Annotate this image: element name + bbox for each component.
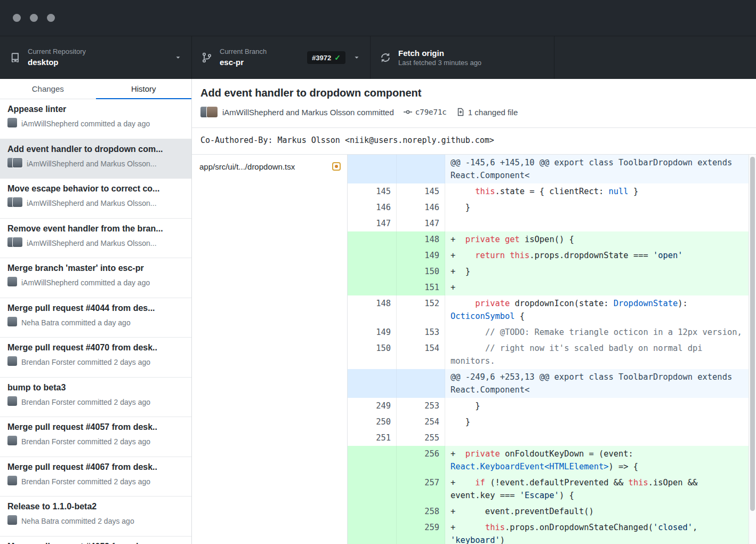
- commit-list-item[interactable]: Merge pull request #4059 from des...: [0, 537, 191, 544]
- commit-list-item[interactable]: Release to 1.1.0-beta2 Neha Batra commit…: [0, 497, 191, 537]
- fetch-origin-button[interactable]: Fetch origin Last fetched 3 minutes ago: [371, 36, 554, 79]
- scrollbar-thumb[interactable]: [750, 157, 755, 511]
- new-line-number: 148: [397, 231, 445, 247]
- code-text: + private get isOpen() {: [445, 231, 756, 247]
- commit-meta-row: Brendan Forster committed 2 days ago: [7, 436, 184, 447]
- avatar: [7, 396, 17, 406]
- new-line-number: 146: [397, 199, 445, 215]
- new-line-number: 154: [397, 340, 445, 369]
- diff-lines: @@ -145,6 +145,10 @@ export class Toolba…: [348, 155, 756, 544]
- old-line-number: 251: [348, 430, 397, 446]
- diff-line: 149+ return this.props.dropdownState ===…: [348, 247, 756, 263]
- diff-line: 257+ if (!event.defaultPrevented && this…: [348, 475, 756, 503]
- branch-picker-button[interactable]: Current Branch esc-pr #3972 ✓: [192, 36, 371, 79]
- commit-avatars: [7, 317, 17, 329]
- avatar: [13, 158, 22, 167]
- code-text: +: [445, 279, 756, 295]
- commit-title: Merge pull request #4070 from desk..: [7, 343, 184, 353]
- code-text: // right now it's scaled badly on normal…: [445, 340, 756, 369]
- main-pane: Add event handler to dropdown component …: [192, 79, 756, 544]
- avatar: [7, 118, 17, 127]
- commit-meta: Brendan Forster committed 2 days ago: [21, 358, 150, 366]
- commit-meta: iAmWillShepherd committed a day ago: [21, 119, 150, 128]
- diff-line: 148152 private dropdownIcon(state: Dropd…: [348, 295, 756, 324]
- commit-avatars: [7, 237, 22, 249]
- commit-meta: iAmWillShepherd and Markus Olsson...: [27, 239, 157, 247]
- code-text: + this.props.onDropdownStateChanged('clo…: [445, 519, 756, 544]
- new-line-number: 151: [397, 279, 445, 295]
- new-line-number: 258: [397, 503, 445, 519]
- old-line-number: [348, 279, 397, 295]
- commit-meta-row: Brendan Forster committed 2 days ago: [7, 396, 184, 408]
- diff-line: 150+ }: [348, 263, 756, 279]
- commit-title: Merge pull request #4059 from des...: [7, 542, 184, 544]
- diff-scrollbar[interactable]: [749, 155, 756, 544]
- commit-list-item[interactable]: bump to beta3 Brendan Forster committed …: [0, 378, 191, 418]
- fetch-subtitle: Last fetched 3 minutes ago: [398, 59, 481, 68]
- old-line-number: 150: [348, 340, 397, 369]
- commit-title: Merge branch 'master' into esc-pr: [7, 263, 184, 273]
- new-line-number: 253: [397, 398, 445, 414]
- commit-list-item[interactable]: Remove event handler from the bran... iA…: [0, 219, 191, 259]
- old-line-number: [348, 446, 397, 475]
- commit-meta: Brendan Forster committed 2 days ago: [21, 437, 150, 446]
- repository-name: desktop: [28, 57, 86, 68]
- new-line-number: 145: [397, 183, 445, 199]
- commit-meta-row: iAmWillShepherd and Markus Olsson...: [7, 158, 184, 170]
- diff-line: 259+ this.props.onDropdownStateChanged('…: [348, 519, 756, 544]
- avatar: [7, 515, 17, 525]
- commit-meta-row: iAmWillShepherd committed a day ago: [7, 277, 184, 289]
- commit-list-item[interactable]: Move escape behavior to correct co... iA…: [0, 179, 191, 219]
- old-line-number: [348, 503, 397, 519]
- commit-list-item[interactable]: Merge branch 'master' into esc-pr iAmWil…: [0, 258, 191, 298]
- avatar: [7, 277, 17, 286]
- commit-title: Appease linter: [7, 105, 184, 114]
- commit-list-item[interactable]: Merge pull request #4057 from desk.. Bre…: [0, 417, 191, 457]
- sidebar: Changes History Appease linter iAmWillSh…: [0, 79, 192, 544]
- commit-title: Move escape behavior to correct co...: [7, 184, 184, 194]
- new-line-number: 259: [397, 519, 445, 544]
- repository-picker-button[interactable]: Current Repository desktop: [0, 36, 192, 79]
- commit-list-item[interactable]: Merge pull request #4067 from desk.. Bre…: [0, 457, 191, 497]
- tab-history[interactable]: History: [96, 79, 192, 99]
- commit-list-item[interactable]: Merge pull request #4044 from des... Neh…: [0, 298, 191, 338]
- code-text: // @TODO: Remake triangle octicon in a 1…: [445, 324, 756, 340]
- new-line-number: 150: [397, 263, 445, 279]
- minimize-window-button[interactable]: [30, 14, 38, 22]
- diff-line: 146146 }: [348, 199, 756, 215]
- avatar: [7, 476, 17, 485]
- commit-sha[interactable]: c79e71c: [415, 108, 447, 116]
- avatar: [13, 237, 22, 247]
- file-path: app/src/ui/t.../dropdown.tsx: [199, 162, 332, 171]
- diff-line: 147147: [348, 215, 756, 231]
- chevron-down-icon: [174, 54, 182, 61]
- commit-title: Remove event handler from the bran...: [7, 224, 184, 234]
- file-diff-icon: [456, 108, 465, 116]
- avatar: [7, 356, 17, 366]
- commit-list-item[interactable]: Add event handler to dropdown com... iAm…: [0, 139, 191, 179]
- new-line-number: [397, 155, 445, 183]
- new-line-number: 147: [397, 215, 445, 231]
- branch-name: esc-pr: [220, 57, 267, 68]
- commit-meta: Neha Batra committed 2 days ago: [21, 517, 134, 525]
- repository-label: Current Repository: [28, 47, 86, 57]
- diff-hunk-header: @@ -249,6 +253,13 @@ export class Toolba…: [348, 369, 756, 398]
- commit-meta-row: iAmWillShepherd and Markus Olsson commit…: [200, 107, 745, 117]
- code-text: private dropdownIcon(state: DropdownStat…: [445, 295, 756, 324]
- commit-title: Add event handler to dropdown com...: [7, 145, 184, 154]
- commit-byline: iAmWillShepherd and Markus Olsson commit…: [222, 108, 394, 117]
- commit-list-item[interactable]: Appease linter iAmWillShepherd committed…: [0, 99, 191, 139]
- avatar: [7, 317, 17, 326]
- old-line-number: 146: [348, 199, 397, 215]
- close-window-button[interactable]: [13, 14, 21, 22]
- new-line-number: [397, 369, 445, 398]
- file-list: app/src/ui/t.../dropdown.tsx: [192, 155, 348, 544]
- file-list-item[interactable]: app/src/ui/t.../dropdown.tsx: [192, 155, 347, 178]
- branch-text: Current Branch esc-pr: [220, 47, 267, 67]
- commit-list-item[interactable]: Merge pull request #4070 from desk.. Bre…: [0, 338, 191, 378]
- commit-meta-row: Brendan Forster committed 2 days ago: [7, 476, 184, 487]
- tab-changes[interactable]: Changes: [0, 79, 96, 99]
- commit-avatars: [7, 197, 22, 209]
- zoom-window-button[interactable]: [47, 14, 55, 22]
- history-list: Appease linter iAmWillShepherd committed…: [0, 99, 191, 544]
